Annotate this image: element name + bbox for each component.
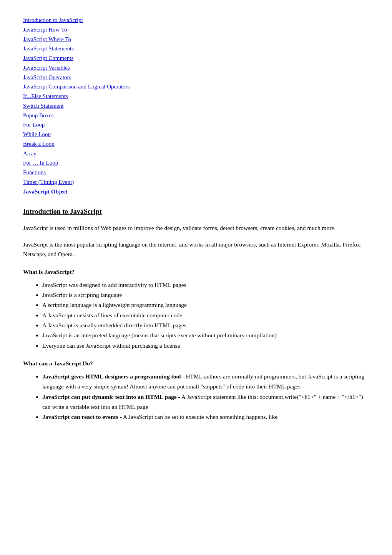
nav-link[interactable]: Timer (Timing Event) bbox=[23, 177, 369, 187]
list-item: Everyone can use JavaScript without purc… bbox=[42, 341, 369, 351]
nav-link[interactable]: Introduction to JavaScript bbox=[23, 15, 369, 25]
nav-link[interactable]: JavaScript Variables bbox=[23, 63, 369, 73]
nav-link[interactable]: Break a Loop bbox=[23, 139, 369, 149]
nav-link[interactable]: JavaScript Where To bbox=[23, 35, 369, 44]
list-item: JavaScript can put dynamic text into an … bbox=[42, 392, 369, 412]
nav-link[interactable]: Array bbox=[23, 149, 369, 158]
nav-link[interactable]: JavaScript Operators bbox=[23, 73, 369, 82]
list-item: JavaScript can react to events - A JavaS… bbox=[42, 412, 369, 422]
nav-link[interactable]: Functions bbox=[23, 168, 369, 177]
list-item: JavaScript was designed to add interacti… bbox=[42, 280, 369, 290]
section1-heading: What is JavaScript? bbox=[23, 268, 369, 275]
list-item: JavaScript gives HTML designers a progra… bbox=[42, 372, 369, 392]
list-item: A JavaScript is usually embedded directl… bbox=[42, 320, 369, 330]
nav-link[interactable]: For Loop bbox=[23, 120, 369, 130]
intro-para-1: JavaScript is used in millions of Web pa… bbox=[23, 223, 369, 233]
list-item: JavaScript is an interpreted language (m… bbox=[42, 330, 369, 340]
nav-link[interactable]: While Loop bbox=[23, 130, 369, 139]
list-item: JavaScript is a scripting language bbox=[42, 290, 369, 300]
nav-link[interactable]: JavaScript Statements bbox=[23, 44, 369, 53]
nav-link[interactable]: Popup Boxes bbox=[23, 111, 369, 120]
nav-link[interactable]: For … In Loop bbox=[23, 158, 369, 168]
intro-para-2: JavaScript is the most popular scripting… bbox=[23, 240, 369, 259]
list-item: A scripting language is a lightweight pr… bbox=[42, 300, 369, 310]
nav-links: Introduction to JavaScriptJavaScript How… bbox=[23, 15, 369, 196]
nav-link[interactable]: Switch Statement bbox=[23, 101, 369, 111]
nav-link[interactable]: JavaScript Object bbox=[23, 187, 369, 197]
nav-link[interactable]: JavaScript How To bbox=[23, 25, 369, 35]
section2-list: JavaScript gives HTML designers a progra… bbox=[42, 372, 369, 422]
nav-link[interactable]: JavaScript Comparison and Logical Operat… bbox=[23, 82, 369, 92]
section2-heading: What can a JavaScript Do? bbox=[23, 360, 369, 367]
list-item: A JavaScript consists of lines of execut… bbox=[42, 310, 369, 320]
section1-list: JavaScript was designed to add interacti… bbox=[42, 280, 369, 351]
nav-link[interactable]: If...Else Statements bbox=[23, 92, 369, 101]
nav-link[interactable]: JavaScript Comments bbox=[23, 53, 369, 63]
page-heading: Introduction to JavaScript bbox=[23, 208, 369, 216]
